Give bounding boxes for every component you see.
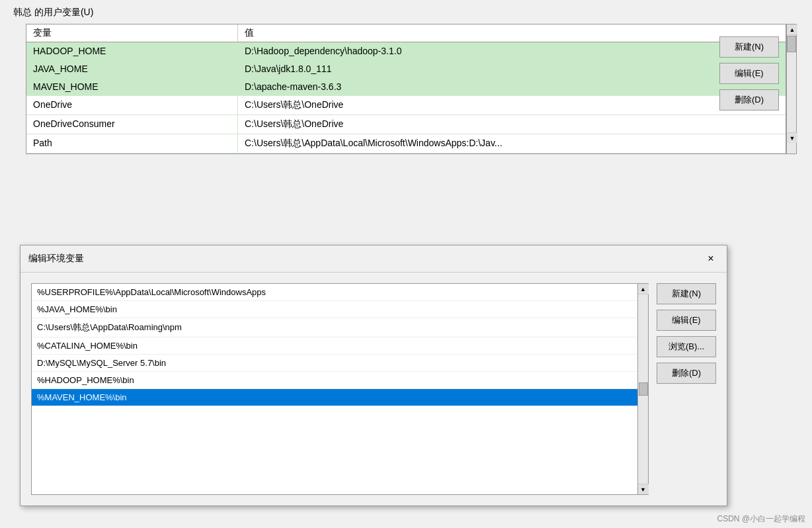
scroll-thumb[interactable]: [787, 36, 796, 52]
dialog-scroll-down[interactable]: ▼: [638, 484, 649, 494]
user-vars-table: 变量 值 HADOOP_HOME D:\Hadoop_dependency\ha…: [26, 24, 786, 154]
val-cell: D:\Java\jdk1.8.0_111: [238, 60, 786, 77]
table-row[interactable]: HADOOP_HOME D:\Hadoop_dependency\hadoop-…: [26, 42, 786, 60]
var-cell: JAVA_HOME: [26, 60, 238, 77]
table-wrapper: 变量 值 HADOOP_HOME D:\Hadoop_dependency\ha…: [26, 24, 786, 154]
table-row[interactable]: OneDrive C:\Users\韩总\OneDrive: [26, 96, 786, 115]
panel-title: 韩总 的用户变量(U): [13, 7, 799, 19]
table-row[interactable]: OneDriveConsumer C:\Users\韩总\OneDrive: [26, 115, 786, 134]
edit-button[interactable]: 编辑(E): [657, 310, 716, 331]
val-cell: D:\Hadoop_dependency\hadoop-3.1.0: [238, 42, 786, 60]
path-list-area: %USERPROFILE%\AppData\Local\Microsoft\Wi…: [31, 283, 649, 495]
var-cell: OneDrive: [26, 96, 238, 114]
bg-edit-button[interactable]: 编辑(E): [719, 63, 779, 84]
dialog-body: %USERPROFILE%\AppData\Local\Microsoft\Wi…: [20, 273, 727, 506]
dialog-scroll-thumb[interactable]: [639, 382, 648, 396]
var-cell: HADOOP_HOME: [26, 42, 238, 60]
col-val-header: 值: [238, 24, 786, 42]
browse-button[interactable]: 浏览(B)...: [657, 336, 716, 357]
col-var-header: 变量: [26, 24, 238, 42]
watermark: CSDN @小白一起学编程: [717, 513, 805, 525]
path-list[interactable]: %USERPROFILE%\AppData\Local\Microsoft\Wi…: [31, 283, 638, 495]
bg-new-button[interactable]: 新建(N): [719, 36, 779, 58]
delete-button[interactable]: 删除(D): [657, 363, 716, 384]
dialog-scroll-up[interactable]: ▲: [638, 284, 649, 294]
scroll-up-arrow[interactable]: ▲: [787, 24, 797, 35]
val-cell: D:\apache-maven-3.6.3: [238, 78, 786, 95]
var-cell: MAVEN_HOME: [26, 78, 238, 95]
dialog-title: 编辑环境变量: [28, 253, 84, 265]
val-cell: C:\Users\韩总\AppData\Local\Microsoft\Wind…: [238, 134, 786, 153]
path-item[interactable]: D:\MySQL\MySQL_Server 5.7\bin: [32, 355, 637, 372]
new-button[interactable]: 新建(N): [657, 283, 716, 304]
val-cell: C:\Users\韩总\OneDrive: [238, 115, 786, 134]
edit-env-dialog: 编辑环境变量 × %USERPROFILE%\AppData\Local\Mic…: [20, 245, 727, 506]
path-item-selected[interactable]: %MAVEN_HOME%\bin: [32, 389, 637, 406]
path-item[interactable]: %USERPROFILE%\AppData\Local\Microsoft\Wi…: [32, 284, 637, 301]
table-header: 变量 值: [26, 24, 786, 42]
var-cell: Path: [26, 134, 238, 153]
dialog-list-scrollbar[interactable]: ▲ ▼: [638, 283, 649, 495]
val-cell: C:\Users\韩总\OneDrive: [238, 96, 786, 114]
bg-action-buttons: 新建(N) 编辑(E) 删除(D): [719, 36, 779, 110]
table-row[interactable]: Path C:\Users\韩总\AppData\Local\Microsoft…: [26, 134, 786, 154]
dialog-buttons: 新建(N) 编辑(E) 浏览(B)... 删除(D): [657, 283, 716, 495]
close-button[interactable]: ×: [703, 251, 719, 267]
table-row[interactable]: JAVA_HOME D:\Java\jdk1.8.0_111: [26, 60, 786, 78]
scroll-down-arrow[interactable]: ▼: [787, 132, 797, 143]
var-cell: OneDriveConsumer: [26, 115, 238, 134]
bg-delete-button[interactable]: 删除(D): [719, 89, 779, 110]
path-item[interactable]: %JAVA_HOME%\bin: [32, 301, 637, 318]
dialog-titlebar: 编辑环境变量 ×: [20, 245, 727, 273]
path-item[interactable]: %CATALINA_HOME%\bin: [32, 337, 637, 355]
table-scrollbar[interactable]: ▲ ▼: [786, 24, 797, 154]
table-row[interactable]: MAVEN_HOME D:\apache-maven-3.6.3: [26, 78, 786, 96]
path-item[interactable]: C:\Users\韩总\AppData\Roaming\npm: [32, 318, 637, 337]
user-vars-panel: 韩总 的用户变量(U) 变量 值 HADOOP_HOME D:\Hadoop_d…: [0, 0, 812, 161]
path-item[interactable]: %HADOOP_HOME%\bin: [32, 372, 637, 389]
